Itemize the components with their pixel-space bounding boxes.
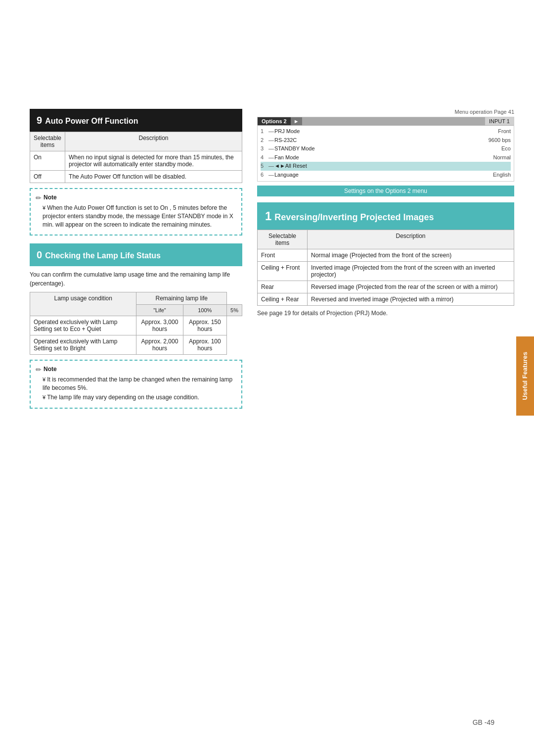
menu-item-value: English	[493, 171, 511, 180]
table-row: Front Normal image (Projected from the f…	[258, 249, 514, 261]
lamp-row2-5: Approx. 100 hours	[183, 335, 227, 355]
menu-dash: —	[268, 162, 274, 171]
s9-row1-item: On	[30, 151, 65, 171]
section-9-header: 9Auto Power Off Function	[30, 109, 242, 132]
section-1-header: 1Reversing/Inverting Projected Images	[257, 202, 514, 230]
lamp-subheader-life: "Life"	[136, 305, 183, 316]
menu-row-1: 1 — PRJ Mode Front	[261, 127, 511, 136]
lamp-row2-100: Approx. 2,000 hours	[136, 335, 183, 355]
section-9: 9Auto Power Off Function Selectableitems…	[30, 109, 242, 236]
menu-item-name: RS-232C	[274, 136, 489, 145]
see-page-note: See page 19 for details of Projection (P…	[257, 310, 514, 317]
section-1: 1Reversing/Inverting Projected Images Se…	[257, 202, 514, 317]
s1-row2-desc: Inverted image (Projected from the front…	[308, 261, 514, 281]
section-9-table: Selectableitems Description On When no i…	[30, 132, 242, 183]
section-0-note-box: ✏ Note It is recommended that the lamp b…	[30, 360, 242, 408]
menu-row-2: 2 — RS-232C 9600 bps	[261, 136, 511, 145]
menu-dash: —	[268, 127, 274, 136]
s1-row3-desc: Reversed image (Projected from the rear …	[308, 281, 514, 293]
menu-arrow-icon: ►	[291, 117, 302, 125]
lamp-subheader-5: 5%	[227, 305, 242, 316]
note-pencil-icon: ✏	[36, 194, 42, 202]
menu-dash: —	[268, 136, 274, 145]
menu-item-name: STANDBY Mode	[274, 144, 501, 153]
table-row: Ceiling + Rear Reversed and inverted ima…	[258, 293, 514, 305]
page-container: Useful Features 9Auto Power Off Function…	[0, 0, 534, 756]
note-icon-row: ✏ Note	[36, 194, 236, 202]
note-item-lamp-1: It is recommended that the lamp be chang…	[36, 376, 236, 392]
menu-item-value: Front	[498, 127, 511, 136]
section-0-body: You can confirm the cumulative lamp usag…	[30, 270, 242, 288]
menu-row-num: 3	[261, 144, 268, 153]
menu-item-name: Language	[274, 171, 493, 180]
note-icon-row-2: ✏ Note	[36, 366, 236, 374]
section-0-header: 0Checking the Lamp Life Status	[30, 243, 242, 266]
section-0: 0Checking the Lamp Life Status You can c…	[30, 243, 242, 408]
main-content: 9Auto Power Off Function Selectableitems…	[30, 109, 514, 417]
menu-item-value: Eco	[501, 144, 511, 153]
section-0-number: 0	[37, 249, 42, 260]
section-1-number: 1	[265, 209, 271, 223]
section-0-title: Checking the Lamp Life Status	[45, 251, 161, 260]
s1-row1-desc: Normal image (Projected from the front o…	[308, 249, 514, 261]
note-label: Note	[44, 194, 57, 201]
settings-label: Settings on the Options 2 menu	[257, 186, 514, 196]
right-column: Menu operation Page 41 Options 2 ► INPUT…	[257, 109, 514, 417]
section-9-col1-header: Selectableitems	[30, 132, 65, 151]
menu-row-6: 6 — Language English	[261, 171, 511, 180]
lamp-row1-5: Approx. 150 hours	[183, 316, 227, 335]
lamp-row2-condition: Operated exclusively with Lamp Setting s…	[30, 335, 136, 355]
menu-dash: —	[268, 144, 274, 153]
menu-item-value: Normal	[493, 153, 511, 162]
note-label-2: Note	[44, 366, 57, 373]
menu-row-num: 4	[261, 153, 268, 162]
menu-item-name: PRJ Mode	[274, 127, 498, 136]
menu-row-num: 2	[261, 136, 268, 145]
s1-col2-header: Description	[308, 230, 514, 249]
note-pencil-icon-2: ✏	[36, 366, 42, 374]
s9-row2-desc: The Auto Power Off function will be disa…	[65, 171, 242, 183]
menu-row-num: 1	[261, 127, 268, 136]
s1-row1-item: Front	[258, 249, 308, 261]
useful-features-label: Useful Features	[521, 352, 529, 400]
menu-header: Options 2 ► INPUT 1	[258, 117, 514, 126]
menu-row-4: 4 — Fan Mode Normal	[261, 153, 511, 162]
menu-operation-label: Menu operation Page 41	[257, 109, 514, 115]
table-row: Operated exclusively with Lamp Setting s…	[30, 335, 242, 355]
section-9-note-box: ✏ Note When the Auto Power Off function …	[30, 188, 242, 236]
s1-row4-desc: Reversed and inverted image (Projected w…	[308, 293, 514, 305]
menu-item-value: 9600 bps	[489, 136, 511, 145]
table-row: Ceiling + Front Inverted image (Projecte…	[258, 261, 514, 281]
menu-row-5: 5 — ◄►All Reset	[261, 162, 511, 171]
table-row: Off The Auto Power Off function will be …	[30, 171, 242, 183]
s1-row4-item: Ceiling + Rear	[258, 293, 308, 305]
left-column: 9Auto Power Off Function Selectableitems…	[30, 109, 242, 417]
menu-input1-label: INPUT 1	[485, 117, 514, 125]
s1-row3-item: Rear	[258, 281, 308, 293]
options-menu-screenshot: Options 2 ► INPUT 1 1 — PRJ Mode Front	[257, 117, 514, 182]
menu-item-name: ◄►All Reset	[274, 162, 511, 171]
s9-row1-desc: When no input signal is detected for mor…	[65, 151, 242, 171]
table-row: Rear Reversed image (Projected from the …	[258, 281, 514, 293]
note-item-1: When the Auto Power Off function is set …	[36, 204, 236, 229]
section-9-title: Auto Power Off Function	[45, 117, 138, 125]
lamp-col1-header: Lamp usage condition	[30, 292, 136, 316]
lamp-row1-condition: Operated exclusively with Lamp Setting s…	[30, 316, 136, 335]
section-9-number: 9	[37, 115, 42, 126]
s1-col1-header: Selectable items	[258, 230, 308, 249]
lamp-life-table: Lamp usage condition Remaining lamp life…	[30, 292, 242, 355]
two-col-layout: 9Auto Power Off Function Selectableitems…	[30, 109, 514, 417]
table-row: Operated exclusively with Lamp Setting s…	[30, 316, 242, 335]
section-9-col2-header: Description	[65, 132, 242, 151]
table-row: On When no input signal is detected for …	[30, 151, 242, 171]
section-1-title: Reversing/Inverting Projected Images	[274, 212, 434, 222]
note-item-lamp-2: The lamp life may vary depending on the …	[36, 393, 236, 402]
menu-dash: —	[268, 153, 274, 162]
menu-row-3: 3 — STANDBY Mode Eco	[261, 144, 511, 153]
useful-features-tab: Useful Features	[516, 336, 534, 416]
menu-rows: 1 — PRJ Mode Front 2 — RS-232C 9600 bps	[258, 126, 514, 181]
page-number: GB -49	[473, 718, 494, 726]
s9-row2-item: Off	[30, 171, 65, 183]
lamp-row1-100: Approx. 3,000 hours	[136, 316, 183, 335]
lamp-subheader-100: 100%	[183, 305, 227, 316]
